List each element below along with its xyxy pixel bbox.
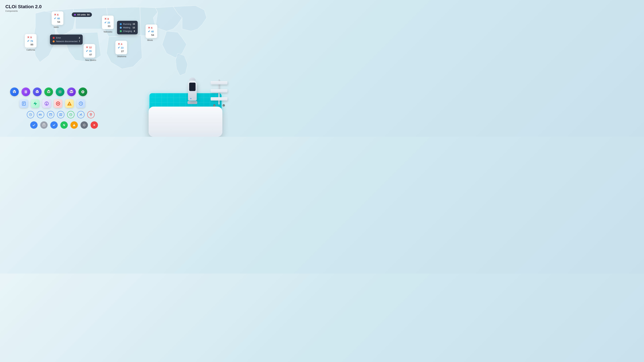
error-icon: ✕ — [86, 46, 88, 49]
shelf-structure — [212, 79, 226, 105]
error-dot — [53, 37, 55, 39]
status-icon-7[interactable] — [90, 121, 98, 129]
state-card-new-mexico[interactable]: ✕ 12 ✔ 35 47 — [84, 44, 95, 58]
robot-icon-7[interactable] — [78, 87, 87, 96]
robot-body — [188, 81, 197, 101]
new-mexico-error-row: ✕ 12 — [86, 46, 93, 49]
svg-rect-16 — [49, 91, 50, 92]
svg-rect-25 — [70, 91, 71, 92]
state-card-california[interactable]: ✕ 9 ✔ 76 85 — [25, 34, 36, 48]
nebraska-running-row: ✔ 25 — [104, 21, 111, 24]
robot-head — [189, 78, 196, 81]
util-icon-6[interactable] — [77, 111, 84, 118]
app-icon-5[interactable] — [65, 99, 74, 108]
robot-icon-3[interactable] — [33, 87, 42, 96]
california-running-count: 76 — [30, 40, 33, 42]
nebraska-total: 33 — [104, 25, 111, 27]
status-icons-row — [30, 121, 98, 129]
all-units-label: All units — [77, 13, 86, 16]
charging-stat: Charging 8 — [120, 30, 135, 32]
status-icon-2[interactable] — [40, 121, 48, 129]
error-icon: ✕ — [54, 13, 56, 16]
state-card-oklahoma[interactable]: ✕ 4 ✔ 23 27 — [116, 41, 127, 54]
waiting-label: Waiting — [123, 26, 131, 29]
robot-icon-2[interactable] — [22, 87, 30, 96]
white-base — [148, 107, 222, 137]
running-dot — [120, 23, 122, 25]
page-title: CLOi Station 2.0 — [5, 4, 42, 9]
status-icon-6[interactable] — [80, 121, 88, 129]
status-icon-3[interactable] — [50, 121, 58, 129]
oklahoma-error-count: 4 — [121, 43, 122, 45]
util-icon-4[interactable] — [57, 111, 64, 118]
svg-point-11 — [36, 91, 37, 92]
running-icon: ✔ — [27, 39, 29, 42]
wheel-left — [213, 104, 216, 107]
oklahoma-error-row: ✕ 4 — [118, 42, 125, 45]
robot-base — [188, 101, 197, 104]
idaho-error-count: 6 — [57, 13, 58, 16]
util-icon-7[interactable] — [87, 111, 94, 118]
app-icon-1[interactable] — [20, 99, 28, 108]
running-icon: ✔ — [118, 46, 120, 49]
california-error-count: 9 — [30, 36, 32, 39]
status-icon-4[interactable] — [60, 121, 68, 129]
svg-point-29 — [82, 91, 83, 92]
idaho-total: 54 — [54, 20, 61, 23]
oklahoma-label: Oklahoma — [117, 55, 126, 58]
robot-icon-6[interactable] — [67, 87, 76, 96]
app-icon-2[interactable] — [31, 99, 40, 108]
app-icon-4[interactable] — [54, 99, 62, 108]
robot-icon-5[interactable] — [56, 87, 64, 96]
shelf-tray-3 — [211, 97, 228, 100]
state-card-idaho[interactable]: ✕ 6 ✔ 48 54 — [52, 11, 64, 25]
app-icons-row — [20, 99, 98, 108]
error-icon: ✕ — [27, 36, 29, 39]
util-icon-5[interactable] — [67, 111, 74, 118]
page-subtitle: Components — [5, 10, 42, 12]
running-icon: ✔ — [104, 21, 106, 24]
util-icon-2[interactable] — [37, 111, 44, 118]
state-card-nebraska[interactable]: ✕ 8 ✔ 25 33 — [102, 15, 114, 29]
svg-point-2 — [14, 91, 14, 92]
running-icon: ✔ — [86, 49, 88, 53]
status-icon-5[interactable] — [70, 121, 78, 129]
app-icon-6[interactable] — [76, 99, 85, 108]
robot-icon-1[interactable] — [10, 87, 19, 96]
svg-point-37 — [46, 104, 47, 105]
running-label: Running — [123, 23, 131, 25]
network-value: 7 — [79, 40, 80, 42]
robot-icon-4[interactable] — [44, 87, 53, 96]
svg-marker-61 — [63, 124, 66, 126]
idaho-running-count: 48 — [57, 17, 60, 20]
shelf-tray-1 — [211, 81, 228, 84]
all-units-dot — [74, 14, 76, 15]
svg-point-12 — [38, 91, 38, 92]
util-icon-1[interactable] — [27, 111, 34, 118]
california-running-row: ✔ 76 — [27, 39, 34, 42]
util-icon-3[interactable] — [47, 111, 54, 118]
california-label: California — [26, 49, 35, 51]
icons-section — [10, 87, 98, 132]
idaho-running-row: ✔ 48 — [54, 17, 61, 20]
oklahoma-running-row: ✔ 23 — [118, 46, 125, 49]
robot-icons-row — [10, 87, 98, 96]
error-value: 2 — [79, 36, 80, 39]
robot-slim-model — [188, 78, 197, 104]
all-units-badge[interactable]: All units 54 — [72, 12, 92, 17]
app-icon-3[interactable] — [42, 99, 51, 108]
svg-point-3 — [14, 91, 15, 92]
robot-light — [190, 98, 191, 99]
status-icon-1[interactable] — [30, 121, 38, 129]
station-base-box — [148, 107, 222, 137]
page-header: CLOi Station 2.0 Components — [5, 4, 42, 12]
running-icon: ✔ — [54, 17, 56, 20]
svg-point-65 — [83, 124, 85, 126]
error-stat: Error 2 — [53, 36, 80, 39]
svg-marker-51 — [60, 113, 62, 116]
charging-value: 8 — [134, 30, 135, 32]
nebraska-error-count: 8 — [108, 17, 109, 20]
wheel-right — [222, 104, 225, 107]
error-icon: ✕ — [118, 42, 120, 45]
svg-point-64 — [74, 125, 74, 126]
